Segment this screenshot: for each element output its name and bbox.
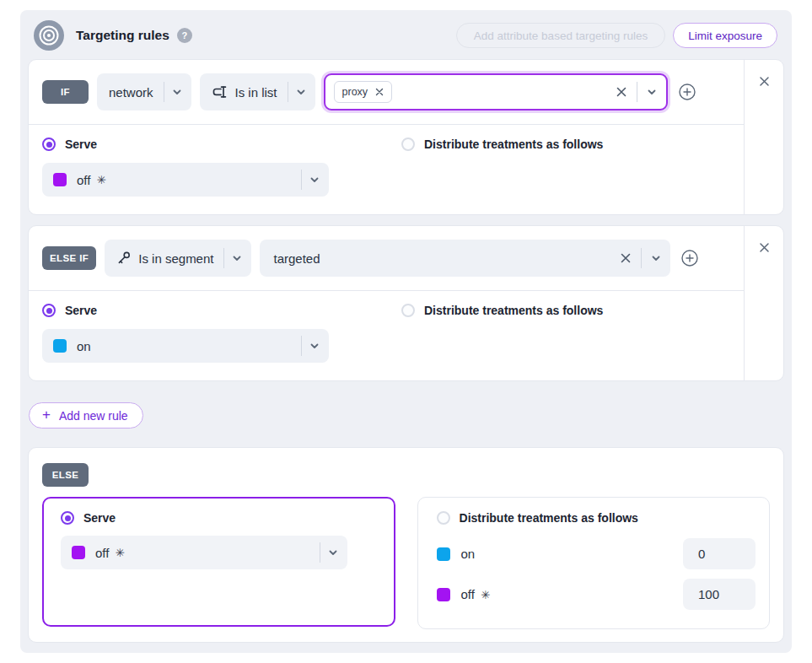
radio-checked-icon[interactable]: [61, 511, 74, 525]
segment-value-select[interactable]: targeted: [260, 240, 670, 277]
chevron-down-icon[interactable]: [327, 547, 339, 558]
rule-2-condition-row: ELSE IF Is in segment: [29, 226, 744, 291]
distribute-radio-option[interactable]: Distribute treatments as follows: [401, 137, 603, 151]
clear-segment-icon[interactable]: [619, 251, 632, 265]
treatment-select[interactable]: off ✳: [42, 163, 329, 197]
distribution-row: off ✳: [437, 579, 756, 610]
add-attribute-rules-button[interactable]: Add attribute based targeting rules: [456, 23, 665, 48]
add-condition-icon[interactable]: [678, 83, 696, 101]
distribute-radio-option[interactable]: Distribute treatments as follows: [437, 511, 756, 525]
attribute-select[interactable]: network: [97, 73, 191, 110]
segment-key-icon: [116, 251, 132, 266]
else-distribute-option-box[interactable]: Distribute treatments as follows on off …: [417, 497, 770, 629]
serve-radio-option[interactable]: Serve: [42, 137, 401, 151]
chip-label: proxy: [342, 86, 368, 98]
else-badge: ELSE: [42, 463, 89, 487]
distribute-radio-option[interactable]: Distribute treatments as follows: [401, 304, 603, 317]
chip-remove-icon[interactable]: [375, 88, 384, 96]
segment-matcher-select[interactable]: Is in segment: [105, 240, 251, 277]
radio-checked-icon[interactable]: [42, 137, 56, 151]
chevron-down-icon[interactable]: [295, 86, 307, 98]
add-condition-icon[interactable]: [680, 249, 699, 267]
delete-rule-icon[interactable]: [759, 76, 770, 87]
radio-checked-icon[interactable]: [42, 304, 56, 317]
treatment-swatch: [53, 339, 67, 353]
targeting-rules-panel: Targeting rules ? Add attribute based ta…: [20, 10, 792, 653]
distribution-row: on: [437, 538, 756, 569]
if-badge: IF: [42, 80, 89, 104]
radio-unchecked-icon[interactable]: [437, 511, 450, 525]
else-rule-card: ELSE Serve off ✳: [28, 447, 784, 643]
clear-values-icon[interactable]: [615, 85, 628, 99]
default-treatment-icon: ✳: [96, 173, 105, 186]
treatment-swatch: [53, 173, 67, 186]
chevron-down-icon[interactable]: [309, 340, 320, 352]
chevron-down-icon[interactable]: [646, 86, 658, 98]
radio-unchecked-icon[interactable]: [401, 304, 415, 317]
matcher-select[interactable]: Is in list: [200, 73, 315, 110]
serve-radio-option[interactable]: Serve: [61, 511, 377, 525]
rule-2-serve-area: Serve Distribute treatments as follows o…: [29, 291, 744, 375]
treatment-swatch: [72, 546, 85, 559]
rule-1-condition-row: IF network: [29, 60, 744, 125]
help-icon[interactable]: ?: [177, 28, 192, 43]
rule-card-if: IF network: [28, 59, 784, 215]
rule-1-serve-area: Serve Distribute treatments as follows o…: [29, 125, 744, 209]
add-new-rule-button[interactable]: + Add new rule: [29, 402, 143, 429]
segment-value: targeted: [273, 251, 320, 266]
limit-exposure-button[interactable]: Limit exposure: [673, 23, 777, 48]
treatment-swatch: [437, 588, 450, 601]
page-title: Targeting rules: [76, 28, 169, 43]
chevron-down-icon[interactable]: [309, 174, 320, 186]
treatment-select[interactable]: on: [42, 329, 329, 363]
list-values-input[interactable]: proxy: [324, 73, 668, 110]
default-treatment-icon: ✳: [481, 588, 490, 601]
chevron-down-icon[interactable]: [231, 252, 243, 264]
else-serve-option-box[interactable]: Serve off ✳: [42, 497, 395, 627]
treatment-select[interactable]: off ✳: [61, 536, 347, 569]
rule-card-else-if: ELSE IF Is in segment: [28, 225, 784, 381]
plus-icon: +: [42, 407, 51, 422]
chevron-down-icon[interactable]: [650, 252, 662, 264]
targeting-rules-header: Targeting rules ? Add attribute based ta…: [34, 20, 777, 51]
chevron-down-icon[interactable]: [171, 86, 183, 98]
radio-unchecked-icon[interactable]: [401, 137, 415, 151]
distribution-percentage-input[interactable]: [683, 538, 756, 569]
targeting-rules-icon: [34, 20, 64, 51]
default-treatment-icon: ✳: [115, 546, 124, 559]
delete-rule-icon[interactable]: [759, 242, 770, 253]
distribution-percentage-input[interactable]: [683, 579, 756, 610]
else-if-badge: ELSE IF: [42, 246, 96, 270]
string-matcher-icon: [212, 84, 229, 100]
value-chip: proxy: [334, 81, 393, 103]
serve-radio-option[interactable]: Serve: [42, 304, 401, 317]
treatment-swatch: [437, 547, 450, 561]
